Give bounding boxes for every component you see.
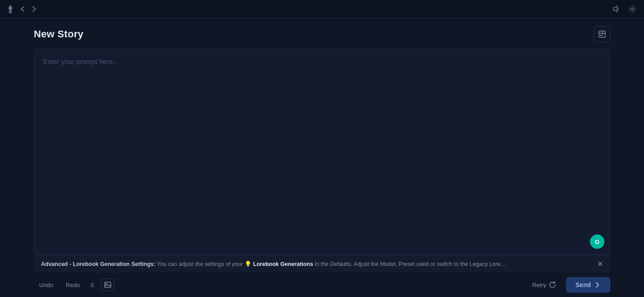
main-content: New Story G Advanced - Lorebook Generati… xyxy=(0,18,644,297)
toolbar-left: Undo Redo 0 xyxy=(34,279,114,291)
prompt-area: G xyxy=(34,49,610,255)
image-button[interactable] xyxy=(101,279,114,291)
info-banner-close-button[interactable]: ✕ xyxy=(597,260,603,268)
flame-icon xyxy=(5,4,15,14)
send-button[interactable]: Send xyxy=(566,277,610,292)
gear-icon[interactable] xyxy=(626,3,639,15)
chevron-left-icon[interactable] xyxy=(18,4,27,14)
svg-rect-3 xyxy=(104,282,111,288)
info-banner-bold: Advanced - Lorebook Generation Settings: xyxy=(41,261,155,267)
info-banner-text2: in the Defaults. Adjust the Model, Prese… xyxy=(315,261,506,267)
undo-button[interactable]: Undo xyxy=(34,279,59,291)
grammar-icon[interactable]: G xyxy=(590,234,604,249)
redo-button[interactable]: Redo xyxy=(60,279,85,291)
info-banner: Advanced - Lorebook Generation Settings:… xyxy=(34,255,610,273)
refresh-icon xyxy=(549,281,556,288)
info-banner-text: Advanced - Lorebook Generation Settings:… xyxy=(41,261,592,267)
retry-label: Retry xyxy=(532,282,546,288)
prompt-input[interactable] xyxy=(43,56,601,247)
info-banner-bulb: 💡 xyxy=(245,261,253,267)
top-bar xyxy=(0,0,644,18)
toolbar-right: Retry Send xyxy=(528,277,610,292)
top-bar-right xyxy=(610,3,639,15)
info-banner-highlight: Lorebook Generations xyxy=(253,261,313,267)
retry-button[interactable]: Retry xyxy=(528,279,561,291)
svg-point-1 xyxy=(631,8,634,10)
info-banner-text1: You can adjust the settings of your xyxy=(157,261,244,267)
bottom-toolbar: Undo Redo 0 Retry Send xyxy=(34,273,610,297)
send-label: Send xyxy=(576,281,591,288)
chevron-right-icon[interactable] xyxy=(30,4,39,14)
page-title: New Story xyxy=(34,28,83,40)
arrow-right-icon xyxy=(594,281,601,288)
word-count: 0 xyxy=(87,279,97,291)
top-bar-left xyxy=(5,4,39,14)
sound-icon[interactable] xyxy=(610,3,622,15)
box-icon-button[interactable] xyxy=(594,26,610,42)
story-header: New Story xyxy=(34,18,610,49)
svg-marker-0 xyxy=(613,6,617,12)
